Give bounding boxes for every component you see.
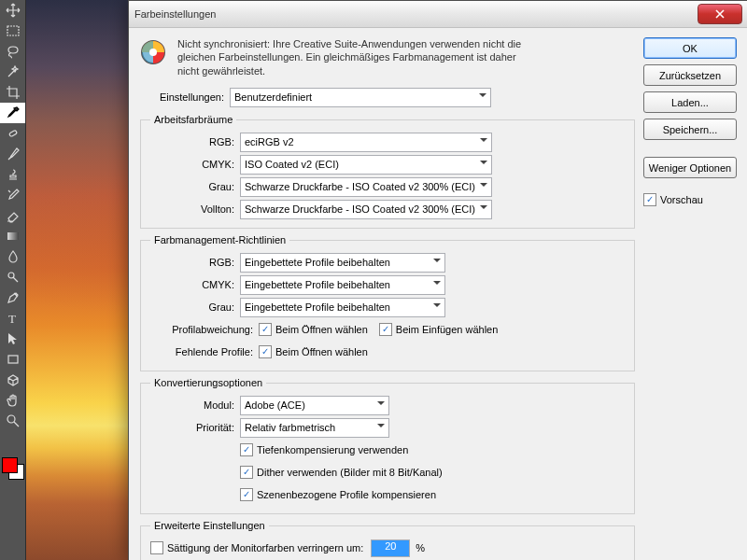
svg-rect-2 — [7, 232, 19, 240]
blur-tool[interactable] — [0, 246, 25, 267]
dodge-tool[interactable] — [0, 267, 25, 287]
crop-tool[interactable] — [0, 82, 25, 103]
preview-label: Vorschau — [660, 194, 703, 205]
svg-text:T: T — [8, 312, 16, 326]
intent-dropdown[interactable]: Relativ farbmetrisch — [240, 418, 389, 438]
settings-dropdown[interactable]: Benutzerdefiniert — [230, 88, 491, 107]
marquee-tool[interactable] — [0, 21, 25, 41]
close-icon — [715, 9, 725, 19]
reset-button[interactable]: Zurücksetzen — [643, 64, 737, 86]
svg-rect-0 — [7, 26, 19, 35]
brush-tool[interactable] — [0, 144, 25, 164]
chevron-down-icon — [433, 259, 441, 266]
percent-unit: % — [416, 542, 425, 553]
chevron-down-icon — [480, 183, 487, 190]
history-brush-tool[interactable] — [0, 185, 25, 205]
gray-dropdown[interactable]: Schwarze Druckfarbe - ISO Coated v2 300%… — [240, 177, 492, 197]
eraser-tool[interactable] — [0, 205, 25, 226]
checkmark-icon: ✓ — [643, 193, 656, 206]
cmyk-dropdown[interactable]: ISO Coated v2 (ECI) — [240, 155, 492, 175]
chevron-down-icon — [377, 401, 385, 409]
advanced-legend: Erweiterte Einstellungen — [150, 520, 269, 531]
cmyk-label: CMYK: — [150, 159, 240, 170]
stamp-tool[interactable] — [0, 164, 25, 185]
engine-dropdown[interactable]: Adobe (ACE) — [240, 396, 389, 415]
hand-tool[interactable] — [0, 390, 25, 411]
conversion-group: Konvertierungsoptionen Modul: Adobe (ACE… — [140, 377, 635, 514]
color-swatches[interactable] — [2, 457, 23, 485]
side-buttons: OK Zurücksetzen Laden... Speichern... We… — [643, 37, 737, 206]
gray-label: Grau: — [150, 181, 240, 192]
move-tool[interactable] — [0, 0, 25, 21]
missing-open-checkbox[interactable]: ✓Beim Öffnen wählen — [259, 345, 368, 358]
svg-rect-1 — [8, 130, 17, 136]
rgb-dropdown[interactable]: eciRGB v2 — [240, 133, 492, 152]
mismatch-label: Profilabweichung: — [150, 324, 259, 335]
zoom-tool[interactable] — [0, 411, 25, 431]
close-button[interactable] — [698, 4, 742, 24]
wand-tool[interactable] — [0, 62, 25, 82]
gradient-tool[interactable] — [0, 226, 25, 246]
scene-checkbox[interactable]: ✓Szenenbezogene Profile kompensieren — [240, 488, 436, 501]
policy-cmyk-label: CMYK: — [150, 279, 240, 290]
color-settings-dialog: Farbeinstellungen Nicht synchronisiert: … — [128, 0, 747, 560]
chevron-down-icon — [480, 161, 487, 168]
load-button[interactable]: Laden... — [643, 91, 737, 113]
missing-label: Fehlende Profile: — [150, 346, 259, 357]
eyedropper-tool[interactable] — [0, 103, 25, 123]
svg-point-6 — [7, 415, 15, 423]
chevron-down-icon — [480, 138, 487, 146]
svg-rect-5 — [8, 356, 18, 363]
desat-input[interactable]: 20 — [371, 539, 410, 557]
chevron-down-icon — [480, 205, 487, 213]
spot-label: Vollton: — [150, 203, 240, 215]
path-select-tool[interactable] — [0, 329, 25, 349]
ok-button[interactable]: OK — [643, 37, 737, 59]
lasso-tool[interactable] — [0, 41, 25, 62]
window-title: Farbeinstellungen — [134, 8, 698, 20]
workspaces-group: Arbeitsfarbräume RGB: eciRGB v2 CMYK: IS… — [140, 114, 635, 229]
workspaces-legend: Arbeitsfarbräume — [150, 114, 236, 125]
policy-rgb-label: RGB: — [150, 257, 240, 268]
policy-rgb-dropdown[interactable]: Eingebettete Profile beibehalten — [240, 253, 445, 273]
dither-checkbox[interactable]: ✓Dither verwenden (Bilder mit 8 Bit/Kana… — [240, 466, 443, 479]
policy-gray-label: Grau: — [150, 301, 240, 313]
tool-panel: T — [0, 0, 26, 560]
spot-dropdown[interactable]: Schwarze Druckfarbe - ISO Coated v2 300%… — [240, 200, 492, 219]
heal-tool[interactable] — [0, 123, 25, 144]
3d-tool[interactable] — [0, 370, 25, 390]
policy-cmyk-dropdown[interactable]: Eingebettete Profile beibehalten — [240, 275, 445, 295]
engine-label: Modul: — [150, 399, 240, 411]
chevron-down-icon — [433, 281, 441, 288]
chevron-down-icon — [377, 424, 385, 431]
type-tool[interactable]: T — [0, 308, 25, 329]
mismatch-open-checkbox[interactable]: ✓Beim Öffnen wählen — [259, 323, 368, 336]
fewer-options-button[interactable]: Weniger Optionen — [643, 157, 737, 178]
rgb-label: RGB: — [150, 136, 240, 147]
policy-gray-dropdown[interactable]: Eingebettete Profile beibehalten — [240, 298, 445, 317]
save-button[interactable]: Speichern... — [643, 119, 737, 140]
mismatch-paste-checkbox[interactable]: ✓Beim Einfügen wählen — [379, 323, 498, 336]
intent-label: Priorität: — [150, 422, 240, 433]
advanced-group: Erweiterte Einstellungen .Sättigung der … — [140, 520, 635, 560]
titlebar[interactable]: Farbeinstellungen — [129, 1, 747, 28]
chevron-down-icon — [433, 303, 441, 311]
settings-label: Einstellungen: — [140, 91, 230, 103]
desat-checkbox[interactable]: .Sättigung der Monitorfarben verringern … — [150, 541, 363, 554]
sync-message: Nicht synchronisiert: Ihre Creative Suit… — [177, 37, 542, 77]
foreground-swatch[interactable] — [2, 457, 18, 473]
policies-legend: Farbmanagement-Richtlinien — [150, 234, 289, 245]
chevron-down-icon — [479, 93, 486, 101]
shape-tool[interactable] — [0, 349, 25, 370]
svg-point-8 — [149, 49, 157, 56]
policies-group: Farbmanagement-Richtlinien RGB: Eingebet… — [140, 234, 635, 371]
preview-checkbox[interactable]: ✓ Vorschau — [643, 193, 737, 206]
not-synced-icon — [138, 37, 168, 67]
blackpoint-checkbox[interactable]: ✓Tiefenkompensierung verwenden — [240, 443, 408, 456]
conversion-legend: Konvertierungsoptionen — [150, 377, 266, 388]
pen-tool[interactable] — [0, 287, 25, 308]
